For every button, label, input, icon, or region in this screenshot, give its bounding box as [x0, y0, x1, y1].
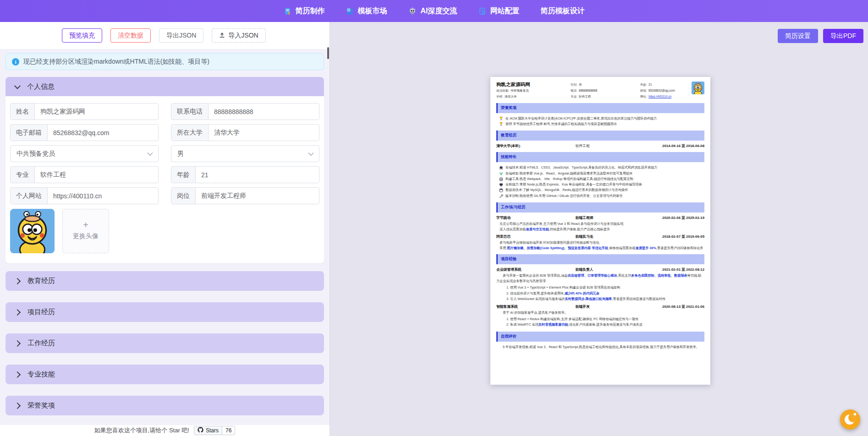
github-icon	[198, 427, 203, 434]
resume-section-title-honors: 荣誉奖项	[496, 103, 704, 113]
export-pdf-button[interactable]: 导出PDF	[823, 29, 863, 43]
nav-item-template-market[interactable]: 模板市场	[346, 6, 387, 16]
skill-item: 数据库技术:了解 MySQL、MongoDB、Redis,能进行基本的数据存储设…	[496, 187, 704, 193]
editor-panel: 预览填充 清空数据 导出JSON 导入JSON i 现已经支持部分区域渲染mar…	[0, 22, 330, 436]
personal-info-section-header[interactable]: 个人信息	[5, 77, 324, 96]
nav-item-resume-builder[interactable]: 简历制作	[284, 6, 325, 16]
collapse-bar[interactable]: 教育经历	[5, 271, 324, 291]
project-name: 企业级管理系统	[496, 267, 576, 272]
info-label: 性别:	[571, 82, 577, 87]
github-stars-badge[interactable]: Stars 76	[194, 426, 235, 435]
text-segment: ,系统支持	[617, 273, 632, 278]
position-field-group: 岗位	[171, 187, 319, 204]
university-input[interactable]	[209, 125, 319, 141]
star-prompt-text: 如果您喜欢这个项目,请给个 Star 吧!	[94, 426, 189, 435]
position-field-label: 岗位	[171, 188, 196, 204]
name-input[interactable]	[35, 104, 158, 120]
resume-preview: 狗凯之家源码网 政治面貌:中共预备党员 学校:清华大学 性别:男 电话:8888…	[490, 77, 710, 385]
phone-input[interactable]	[209, 104, 319, 120]
site-config-icon	[478, 7, 486, 15]
honor-text: 在 ACM 国际大学生程序设计竞赛(ACM-ICPC)中,荣获全国二等奖,展现出…	[505, 116, 657, 121]
email-input[interactable]	[48, 125, 158, 141]
education-row: 清华大学(本科) 软件工程 2014-09-16 至 2018-06-08	[496, 143, 704, 148]
name-field-label: 姓名	[11, 104, 35, 120]
info-value: 88888888888	[579, 87, 597, 93]
self-evaluation-text: 5 年前端开发经验,精通 Vue 3、React 和 TypeScript,熟悉…	[496, 344, 704, 350]
resume-section-title-education: 教育经历	[496, 131, 704, 141]
chevron-right-icon	[14, 340, 21, 346]
work-role: 前端实习生	[576, 234, 646, 239]
political-status-value: 中共预备党员	[16, 150, 55, 158]
project-item: 企业级管理系统 前端负责人 2021-02-01 至 2022-08-12 参与…	[496, 267, 704, 302]
export-json-button[interactable]: 导出JSON	[159, 28, 203, 43]
position-input[interactable]	[196, 188, 319, 204]
nav-item-site-config[interactable]: 网站配置	[478, 6, 520, 16]
major-field-group: 专业	[10, 166, 159, 183]
website-field-group: 个人网站	[10, 187, 159, 204]
collapse-bar-label: 项目经历	[27, 308, 55, 316]
avatar-image[interactable]	[10, 209, 55, 253]
nav-item-template-design[interactable]: 简历模板设计	[541, 6, 585, 16]
personal-info-card: 姓名 联系电话 电子邮箱 所在大学 中共预备党员 男	[5, 96, 324, 263]
info-label: 年龄:	[640, 82, 647, 87]
info-value: 清华大学	[505, 93, 516, 99]
email-field-label: 电子邮箱	[11, 125, 48, 141]
text-segment: ,显著提升用户访问体验和转化率	[656, 246, 703, 250]
skill-text: 全栈能力:掌握 Node.js,熟悉 Express、Koa 等后端框架,具备一…	[505, 182, 642, 187]
work-date: 2018-02-07 至 2019-06-05	[646, 234, 704, 239]
clear-data-button[interactable]: 清空数据	[110, 28, 151, 43]
skill-text: 前端框架:熟练掌握 Vue.js、React、Angular,能根据项目需求灵活…	[505, 171, 632, 176]
collapse-bar[interactable]: 工作经历	[5, 333, 324, 353]
nav-label: AI深度交流	[421, 6, 457, 16]
info-label: 专业:	[571, 93, 577, 99]
collapse-bar[interactable]: 项目经历	[5, 302, 324, 322]
nav-label: 简历制作	[296, 6, 325, 16]
info-value: 中共预备党员	[511, 87, 529, 93]
text-segment: 参与开发一套面向企业的 B2B 管理系统,涵盖	[503, 273, 568, 278]
skill-item: 版本控制:熟练使用 Git,常用 GitHub / GitLab 进行协作开发、…	[496, 193, 704, 199]
markdown-support-alert: i 现已经支持部分区域渲染markdown或HTML语法(如技能、项目等)	[5, 53, 324, 70]
text-segment: ,优化客户沟通体验,提升服务响应速度与客户满意度	[568, 322, 643, 327]
text-segment: ,持续提升用户体验,助力产品核心指标提升	[549, 227, 610, 231]
website-input[interactable]	[48, 188, 158, 204]
project-point-list: 使用 Vue 3 + TypeScript + Element Plus 构建企…	[496, 285, 704, 302]
theme-toggle-button[interactable]	[840, 409, 860, 430]
collapse-bar[interactable]: 荣誉奖项	[5, 396, 324, 415]
project-description: 基于 AI 的智能客服平台,提高客户服务效率。	[496, 310, 704, 316]
chevron-down-icon	[308, 150, 314, 156]
project-date: 2021-02-01 至 2022-08-12	[646, 267, 704, 272]
collapse-bar-label: 工作经历	[27, 339, 55, 348]
import-json-button[interactable]: 导入JSON	[212, 28, 265, 43]
work-date: 2020-02-06 至 2025-02-19	[646, 215, 704, 220]
skill-text: 数据库技术:了解 MySQL、MongoDB、Redis,能进行基本的数据存储设…	[505, 187, 628, 193]
resume-website-link[interactable]: https://400110.cn	[648, 93, 671, 99]
nav-label: 简历模板设计	[541, 6, 585, 16]
political-status-select[interactable]: 中共预备党员	[10, 145, 159, 162]
skill-item: 前端技术:精通 HTML5、CSS3、JavaScript、TypeScript…	[496, 165, 704, 170]
major-input[interactable]	[35, 167, 158, 183]
scrollbar-thumb[interactable]	[327, 47, 329, 59]
gender-select[interactable]: 男	[171, 145, 319, 162]
collapse-bar-label: 专业技能	[27, 370, 55, 379]
framework-icon	[499, 172, 503, 176]
preview-fill-button[interactable]: 预览填充	[62, 28, 102, 43]
resume-section-title-skills: 技能特长	[496, 152, 704, 162]
resume-settings-button[interactable]: 简历设置	[778, 29, 818, 43]
age-input[interactable]	[196, 167, 319, 183]
change-avatar-button[interactable]: + 更换头像	[62, 209, 109, 253]
collapsed-sections: 教育经历 项目经历 工作经历 专业技能 荣誉奖项	[0, 271, 330, 415]
collapse-bar[interactable]: 专业技能	[5, 365, 324, 384]
university-field-group: 所在大学	[171, 124, 319, 141]
text-segment: 速度提升 30%	[636, 246, 656, 250]
phone-field-label: 联系电话	[171, 104, 209, 120]
trophy-icon	[499, 122, 503, 126]
resume-section-title-self-evaluation: 自我评价	[496, 332, 704, 342]
stars-label: Stars	[206, 427, 219, 434]
nav-item-ai-chat[interactable]: AI深度交流	[408, 6, 457, 16]
info-label: 政治面貌:	[496, 87, 509, 93]
info-value: 男	[579, 82, 582, 87]
text-segment: 深入优化页面加载	[500, 227, 526, 231]
work-company: 字节跳动	[496, 215, 576, 220]
chevron-right-icon	[14, 278, 21, 284]
text-segment: ,显著提升系统响应速度与数据实时性	[612, 297, 665, 301]
